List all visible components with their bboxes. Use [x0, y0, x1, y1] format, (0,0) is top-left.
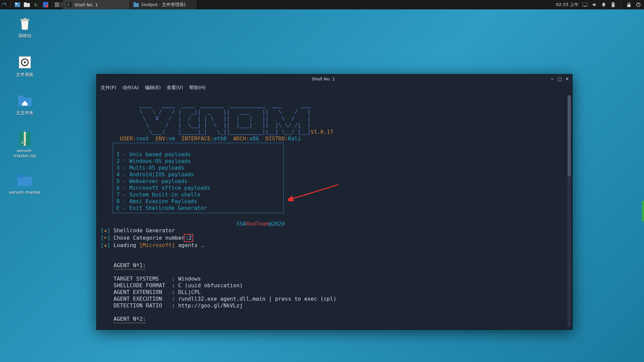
volume-icon[interactable]	[591, 2, 597, 8]
desktop-icon-filesystem[interactable]: 文件系统	[8, 54, 42, 78]
row-val: C (uuid obfuscation)	[178, 282, 243, 289]
desktop[interactable]: 回收站 文件系统 主文件夹 ZIP venom-master.zip venom…	[0, 9, 644, 362]
separator	[11, 2, 11, 8]
menu-item: 6 - Microsoft office payloads	[116, 185, 280, 191]
icon-label: 主文件夹	[8, 110, 42, 116]
log-marker: ★	[104, 227, 107, 234]
side-tab-indicator[interactable]	[642, 201, 644, 221]
svg-rect-1	[15, 3, 17, 4]
battery-icon[interactable]	[610, 2, 616, 8]
svg-rect-19	[612, 3, 614, 7]
icon-label: 文件系统	[8, 72, 42, 78]
svg-point-7	[46, 5, 48, 7]
lock-icon[interactable]	[626, 2, 632, 8]
taskbar-item-shell[interactable]: $ Shell No. 1	[63, 0, 130, 9]
menubar: 文件(F) 动作(A) 编辑(E) 查看(V) 帮助(H)	[97, 83, 572, 93]
annotation-arrow	[288, 183, 341, 203]
desktop-icon-trash[interactable]: 回收站	[8, 15, 42, 39]
svg-rect-14	[582, 3, 588, 6]
workspace-switcher-icon[interactable]	[54, 1, 63, 8]
minimize-button[interactable]: −	[549, 76, 555, 82]
taskbar-item-files[interactable]: [output - 文件管理器]	[130, 0, 197, 9]
svg-line-35	[291, 185, 338, 199]
folder-icon	[133, 2, 139, 7]
icon-label: 回收站	[8, 33, 42, 39]
svg-rect-13	[133, 2, 136, 4]
scrollbar-thumb[interactable]	[568, 95, 571, 176]
desktop-icon-venom-folder[interactable]: venom-master	[8, 172, 42, 195]
arch-val: x86	[249, 135, 259, 142]
arch-label: ARCH:	[233, 135, 249, 142]
env-val: vm	[168, 135, 175, 142]
svg-rect-20	[627, 4, 631, 7]
agent-title: AGENT Nº1:	[114, 262, 146, 268]
row-key: TARGET SYSTEMS	[114, 276, 169, 282]
scrollbar[interactable]	[568, 95, 571, 327]
svg-text:$: $	[67, 3, 69, 6]
terminal-body[interactable]: ____ ____ ____ _______ ___________ ___ _…	[97, 93, 572, 329]
svg-rect-9	[59, 2, 63, 7]
svg-rect-3	[24, 2, 26, 4]
task-label: Shell No. 1	[74, 2, 98, 7]
distro-label: DISTRO:	[265, 135, 288, 142]
svg-point-16	[603, 6, 604, 7]
row-key: AGENT EXTENSION	[114, 289, 169, 295]
kali-menu-icon[interactable]	[0, 1, 9, 8]
footer-ssa: SSA	[236, 221, 246, 227]
home-folder-icon	[17, 93, 33, 109]
svg-rect-8	[55, 2, 58, 7]
ascii-banner: ____ ____ ____ _______ ___________ ___ _…	[101, 102, 311, 135]
clock[interactable]: 02:33 上午	[556, 2, 579, 8]
menu-view[interactable]: 查看(V)	[167, 85, 183, 91]
row-val: DLL|CPL	[178, 289, 201, 295]
iface-label: INTERFACE:	[181, 135, 214, 142]
row-val: http://goo.gl/NkVLzj	[178, 302, 243, 309]
terminal-launcher-icon[interactable]: $_	[32, 1, 41, 8]
separator	[52, 2, 52, 8]
menu-help[interactable]: 帮助(H)	[189, 85, 206, 91]
terminal-icon: $	[66, 2, 72, 7]
row-val: Windows	[178, 329, 201, 329]
icon-label: venom-master	[8, 190, 42, 195]
svg-rect-18	[612, 2, 614, 3]
kali-tool-icon[interactable]	[41, 1, 50, 8]
maximize-button[interactable]: □	[557, 76, 563, 82]
menu-item: 8 - Amsi Evasion Payloads	[116, 198, 280, 205]
icon-label: venom-master.zip	[8, 148, 42, 158]
svg-text:$_: $_	[35, 3, 38, 6]
input-highlight: :2	[184, 234, 193, 242]
log-pre: Loading	[114, 242, 140, 248]
svg-rect-15	[584, 6, 586, 7]
task-label: [output - 文件管理器]	[142, 2, 185, 8]
iface-val: eth0	[214, 135, 227, 142]
display-icon[interactable]	[582, 2, 588, 8]
panel-launchers: $_	[0, 1, 63, 8]
titlebar[interactable]: Shell No. 1 − □ ✕	[97, 74, 572, 83]
svg-point-27	[24, 61, 26, 63]
archive-icon: ZIP	[17, 131, 33, 147]
menu-item: E - Exit Shellcode Generator	[116, 205, 280, 212]
trash-icon	[17, 15, 33, 32]
menu-item: 4 - Android|IOS payloads	[116, 171, 280, 178]
footer-redteam: RedTeam	[246, 221, 268, 227]
top-panel: $_ $ Shell No. 1 [output - 文件管理器] 02:33 …	[0, 0, 644, 9]
desktop-icon-home[interactable]: 主文件夹	[8, 93, 42, 116]
menu-file[interactable]: 文件(F)	[101, 85, 116, 91]
menu-action[interactable]: 动作(A)	[122, 85, 139, 91]
notification-bell-icon[interactable]	[601, 2, 607, 8]
power-icon[interactable]	[635, 2, 641, 8]
show-desktop-icon[interactable]	[13, 1, 22, 8]
window-title: Shell No. 1	[99, 76, 548, 81]
log-text: Chose Categorie number	[114, 235, 185, 241]
row-key: DETECTION RATIO	[114, 302, 169, 309]
desktop-icon-venom-zip[interactable]: ZIP venom-master.zip	[8, 131, 42, 158]
menu-edit[interactable]: 编辑(E)	[145, 85, 161, 91]
menu-item: 5 - Webserver payloads	[116, 178, 280, 185]
disk-icon	[17, 54, 33, 70]
menu-item: 7 - System built-in shells	[116, 191, 280, 198]
category-menu-box: 1 - Unix based payloads2 - Windows-OS pa…	[113, 143, 284, 213]
close-button[interactable]: ✕	[564, 76, 570, 82]
files-launcher-icon[interactable]	[22, 1, 31, 8]
system-tray: 02:33 上午	[556, 2, 644, 8]
user-val: root	[136, 135, 149, 142]
